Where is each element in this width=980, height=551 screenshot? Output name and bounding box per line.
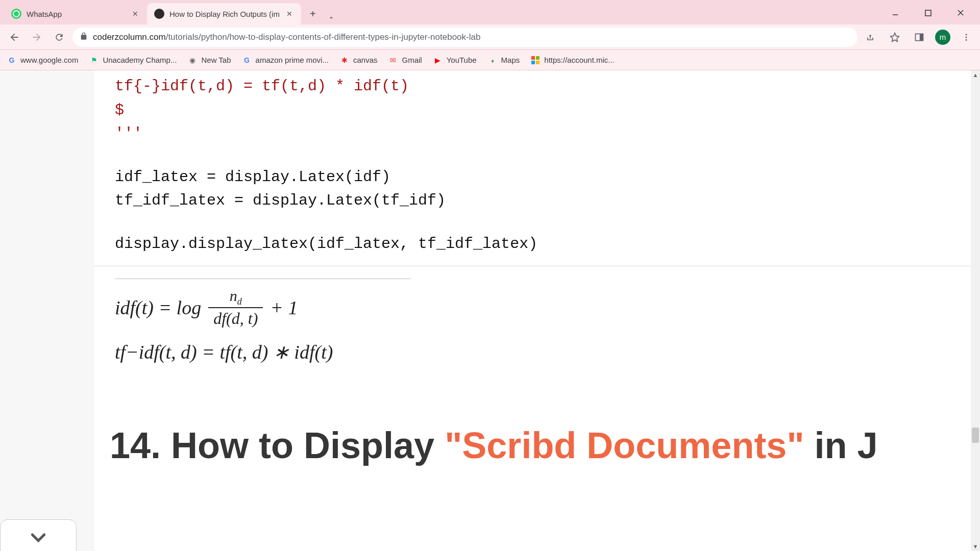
- menu-button[interactable]: [958, 29, 975, 46]
- back-button[interactable]: [5, 28, 23, 46]
- scroll-thumb[interactable]: [972, 428, 979, 443]
- microsoft-icon: [531, 56, 540, 65]
- bookmark-canvas[interactable]: ✱canvas: [340, 56, 378, 65]
- chevron-down-icon: [328, 14, 335, 21]
- browser-tab-active[interactable]: How to Display Rich Outputs (im ✕: [147, 3, 301, 24]
- code-line: $: [115, 98, 960, 122]
- panel-icon: [914, 32, 924, 42]
- svg-rect-1: [925, 10, 931, 16]
- google-icon: G: [7, 56, 16, 65]
- minimize-button[interactable]: [885, 5, 905, 20]
- close-icon[interactable]: ✕: [131, 9, 140, 18]
- url-text: coderzcolumn.com/tutorials/python/how-to…: [93, 32, 480, 42]
- bookmark-youtube[interactable]: ▶YouTube: [433, 56, 477, 65]
- kebab-icon: [962, 33, 971, 42]
- scroll-up-arrow[interactable]: ▲: [971, 70, 980, 80]
- svg-rect-5: [920, 34, 923, 40]
- close-icon[interactable]: ✕: [285, 9, 294, 18]
- window-titlebar: WhatsApp ✕ How to Display Rich Outputs (…: [0, 0, 980, 24]
- latex-formula-tfidf: tf−idf(t, d) = tf(t, d) ∗ idf(t): [115, 341, 960, 363]
- youtube-icon: ▶: [433, 56, 443, 65]
- bookmark-button[interactable]: [886, 29, 903, 46]
- bookmark-maps[interactable]: ⬧Maps: [488, 56, 520, 65]
- canvas-icon: ✱: [340, 56, 349, 65]
- omnibox[interactable]: coderzcolumn.com/tutorials/python/how-to…: [72, 28, 857, 47]
- code-cell: tf{-}idf(t,d) = tf(t,d) * idf(t) $ ''' i…: [94, 70, 980, 266]
- expand-widget[interactable]: [0, 519, 77, 551]
- svg-point-6: [966, 34, 967, 35]
- svg-rect-10: [536, 56, 540, 60]
- site-icon: [154, 9, 164, 19]
- arrow-right-icon: [31, 32, 42, 43]
- code-line: tf_idf_latex = display.Latex(tf_idf): [115, 189, 960, 213]
- output-divider: [115, 279, 411, 279]
- tab-title: How to Display Rich Outputs (im: [169, 10, 280, 18]
- chevron-down-icon: [28, 527, 48, 547]
- arrow-left-icon: [9, 32, 20, 43]
- forward-button[interactable]: [28, 28, 46, 46]
- svg-point-8: [966, 39, 967, 40]
- vertical-scrollbar[interactable]: ▲ ▼: [971, 70, 980, 551]
- profile-avatar[interactable]: m: [935, 30, 950, 45]
- tab-search-button[interactable]: [324, 14, 339, 21]
- page-viewport: tf{-}idf(t,d) = tf(t,d) * idf(t) $ ''' i…: [0, 70, 980, 551]
- code-line: ''': [115, 122, 960, 146]
- side-panel-button[interactable]: [911, 29, 928, 46]
- latex-formula-idf: idf(t) = log nd df(d, t) + 1: [115, 288, 960, 327]
- lock-icon: [80, 32, 88, 42]
- share-button[interactable]: [862, 29, 879, 46]
- gmail-icon: ✉: [388, 56, 398, 65]
- bookmark-amazon[interactable]: Gamazon prime movi...: [242, 56, 329, 65]
- svg-rect-12: [536, 61, 540, 64]
- window-controls: [885, 5, 976, 24]
- maximize-button[interactable]: [918, 5, 938, 20]
- bookmark-unacademy[interactable]: ⚑Unacademy Champ...: [89, 56, 177, 65]
- maps-icon: ⬧: [488, 56, 497, 65]
- svg-rect-11: [531, 61, 535, 64]
- code-line: idf_latex = display.Latex(idf): [115, 165, 960, 189]
- code-line: tf{-}idf(t,d) = tf(t,d) * idf(t): [115, 74, 960, 98]
- bookmark-google[interactable]: Gwww.google.com: [7, 56, 78, 65]
- bookmark-gmail[interactable]: ✉Gmail: [388, 56, 422, 65]
- whatsapp-icon: [11, 9, 21, 19]
- article-content: tf{-}idf(t,d) = tf(t,d) * idf(t) $ ''' i…: [94, 70, 980, 551]
- google-icon: G: [242, 56, 252, 65]
- bookmark-microsoft[interactable]: https://account.mic...: [531, 56, 615, 65]
- tab-title: WhatsApp: [27, 10, 126, 18]
- globe-icon: ◉: [188, 56, 197, 65]
- fraction: nd df(d, t): [208, 288, 263, 327]
- bookmark-newtab[interactable]: ◉New Tab: [188, 56, 231, 65]
- latex-output: idf(t) = log nd df(d, t) + 1 tf−idf(t, d…: [94, 288, 980, 363]
- code-line: display.display_latex(idf_latex, tf_idf_…: [115, 232, 960, 256]
- browser-tab-whatsapp[interactable]: WhatsApp ✕: [4, 3, 147, 24]
- flag-icon: ⚑: [89, 56, 99, 65]
- star-icon: [890, 32, 900, 42]
- scroll-down-arrow[interactable]: ▼: [971, 542, 980, 551]
- svg-point-7: [966, 36, 967, 38]
- reload-icon: [54, 32, 64, 42]
- reload-button[interactable]: [50, 28, 68, 46]
- window-close-button[interactable]: [950, 5, 971, 20]
- section-heading: 14. How to Display "Scribd Documents" in…: [94, 363, 980, 466]
- new-tab-button[interactable]: +: [304, 5, 322, 22]
- address-bar: coderzcolumn.com/tutorials/python/how-to…: [0, 24, 980, 50]
- svg-rect-9: [531, 56, 535, 60]
- share-icon: [865, 32, 875, 42]
- bookmarks-bar: Gwww.google.com ⚑Unacademy Champ... ◉New…: [0, 50, 980, 70]
- toolbar-right: m: [862, 29, 975, 46]
